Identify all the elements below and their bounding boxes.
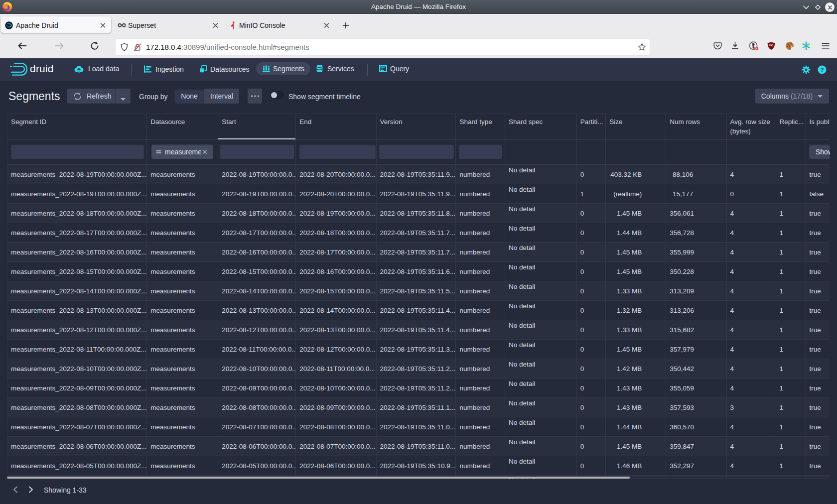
svg-text:?: ?: [820, 67, 824, 73]
svg-text:UO: UO: [769, 44, 774, 47]
